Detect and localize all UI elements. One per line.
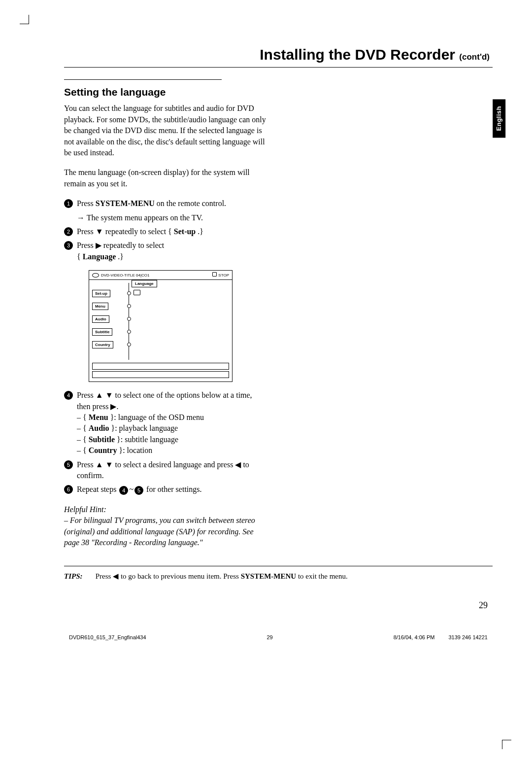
s4b: to select one of the options below at a … bbox=[77, 391, 252, 410]
menu-item-audio: Audio bbox=[92, 315, 109, 323]
crop-mark-br bbox=[502, 740, 511, 749]
stop-icon bbox=[212, 272, 217, 277]
s2a: Press bbox=[77, 227, 96, 236]
footer-mid: 29 bbox=[267, 634, 273, 641]
step-1-result: The system menu appears on the TV. bbox=[64, 212, 266, 223]
s3c: { bbox=[77, 252, 83, 261]
s4-subtitle-label: Subtitle bbox=[89, 435, 115, 444]
s2b: repeatedly to select { bbox=[103, 227, 174, 236]
tips-bold: SYSTEM-MENU bbox=[241, 572, 297, 580]
step-1-bullet: 1 bbox=[64, 199, 73, 208]
left-column: Setting the language You can select the … bbox=[64, 79, 286, 548]
menu-bottom-box-1 bbox=[92, 363, 229, 370]
step-3-bullet: 3 bbox=[64, 241, 73, 250]
menu-header-title: DVD-VIDEO-TITLE 04|CO1 bbox=[101, 273, 150, 277]
s2bold: Set-up bbox=[174, 227, 196, 236]
up-arrow-icon bbox=[96, 391, 103, 399]
language-tab: English bbox=[493, 99, 505, 138]
step-4: 4 Press to select one of the options bel… bbox=[64, 390, 266, 456]
left-arrow-icon bbox=[235, 460, 241, 469]
step-6: 6 Repeat steps 4~5 for other settings. bbox=[64, 484, 266, 495]
menu-item-menu: Menu bbox=[92, 303, 108, 310]
title-main: Installing the DVD Recorder bbox=[260, 46, 455, 63]
tips-b: to go back to previous menu item. Press bbox=[119, 572, 240, 580]
down-arrow-icon-3 bbox=[105, 460, 113, 469]
section-rule bbox=[64, 79, 222, 80]
menu-header-stop: STOP bbox=[218, 273, 229, 277]
tips-line: TIPS: Press to go back to previous menu … bbox=[64, 566, 493, 582]
tips-c: to exit the menu. bbox=[296, 572, 348, 580]
menu-item-country: Country bbox=[92, 341, 113, 348]
step-6-body: Repeat steps 4~5 for other settings. bbox=[77, 484, 266, 495]
monitor-icon bbox=[133, 290, 140, 295]
s3bold: Language bbox=[83, 252, 116, 261]
disc-icon bbox=[92, 273, 99, 277]
step-2: 2 Press repeatedly to select { Set-up .} bbox=[64, 226, 266, 237]
menu-diagram: DVD-VIDEO-TITLE 04|CO1 STOP Language Set… bbox=[89, 270, 233, 382]
tips-a: Press bbox=[96, 572, 113, 580]
tips-label: TIPS: bbox=[64, 572, 83, 580]
menu-bottom-box-2 bbox=[92, 371, 229, 378]
s3d: .} bbox=[116, 252, 124, 261]
crop-mark-tl bbox=[20, 15, 29, 24]
hint-body: – For bilingual TV programs, you can swi… bbox=[64, 515, 266, 548]
s1bold: SYSTEM-MENU bbox=[96, 199, 155, 208]
footer-date: 8/16/04, 4:06 PM bbox=[394, 634, 435, 641]
step-2-bullet: 2 bbox=[64, 227, 73, 236]
step-3-body: Press repeatedly to select { Language .} bbox=[77, 240, 266, 262]
down-arrow-icon bbox=[96, 227, 103, 236]
s6a: Repeat steps bbox=[77, 485, 118, 493]
footer-left: DVDR610_615_37_Engfinal434 bbox=[69, 634, 146, 641]
section-heading: Setting the language bbox=[64, 85, 266, 99]
s5b: to select a desired language and press bbox=[113, 460, 235, 469]
step-6-bullet: 6 bbox=[64, 485, 73, 494]
s3b: repeatedly to select bbox=[101, 241, 165, 249]
menu-dot-2 bbox=[127, 317, 131, 321]
inline-bullet-4: 4 bbox=[119, 486, 128, 495]
step-5: 5 Press to select a desired language and… bbox=[64, 459, 266, 482]
intro-para-1: You can select the language for subtitle… bbox=[64, 103, 266, 158]
menu-dot-3 bbox=[127, 330, 131, 334]
footer-code: 3139 246 14221 bbox=[448, 634, 488, 641]
menu-language-btn: Language bbox=[132, 280, 157, 287]
menu-item-setup: Set-up bbox=[92, 290, 110, 297]
s4-audio-label: Audio bbox=[89, 424, 109, 432]
s6c: for other settings. bbox=[144, 485, 201, 493]
title-underline bbox=[64, 67, 493, 68]
step-1-body: Press SYSTEM-MENU on the remote control. bbox=[77, 198, 266, 209]
intro-para-2: The menu language (on-screen display) fo… bbox=[64, 167, 266, 189]
s4a: Press bbox=[77, 391, 96, 399]
s1b: on the remote control. bbox=[155, 199, 226, 208]
menu-dot-1 bbox=[127, 304, 131, 308]
s2c: .} bbox=[196, 227, 203, 236]
s6b: ~ bbox=[129, 485, 133, 493]
title-suffix: (cont'd) bbox=[459, 52, 490, 62]
inline-bullet-5: 5 bbox=[134, 486, 143, 495]
s5a: Press bbox=[77, 460, 96, 469]
s4-country-label: Country bbox=[89, 446, 117, 454]
step-5-bullet: 5 bbox=[64, 460, 73, 469]
s1a: Press bbox=[77, 199, 96, 208]
s3a: Press bbox=[77, 241, 96, 249]
hint-heading: Helpful Hint: bbox=[64, 504, 266, 515]
s4-menu-desc: }: language of the OSD menu bbox=[108, 413, 204, 421]
step-1: 1 Press SYSTEM-MENU on the remote contro… bbox=[64, 198, 266, 209]
step-4-bullet: 4 bbox=[64, 391, 73, 400]
s4-audio-desc: }: playback language bbox=[109, 424, 178, 432]
up-arrow-icon-2 bbox=[96, 460, 103, 469]
menu-diagram-inner: Language Set-up Menu Audio Subtitle Coun… bbox=[89, 280, 232, 363]
s4-subtitle-desc: }: subtitle language bbox=[115, 435, 178, 444]
s4-country-desc: }: location bbox=[117, 446, 152, 454]
step-2-body: Press repeatedly to select { Set-up .} bbox=[77, 226, 266, 237]
menu-dot-0 bbox=[127, 291, 131, 295]
right-arrow-icon-2 bbox=[110, 402, 116, 411]
step-5-body: Press to select a desired language and p… bbox=[77, 459, 266, 482]
page-title: Installing the DVD Recorder (cont'd) bbox=[64, 44, 493, 65]
s4-menu-label: Menu bbox=[89, 413, 108, 421]
menu-dot-4 bbox=[127, 343, 131, 346]
menu-diagram-header: DVD-VIDEO-TITLE 04|CO1 STOP bbox=[89, 271, 232, 280]
footer: DVDR610_615_37_Engfinal434 29 8/16/04, 4… bbox=[64, 634, 493, 641]
step-3: 3 Press repeatedly to select { Language … bbox=[64, 240, 266, 262]
page-number: 29 bbox=[64, 599, 493, 612]
s4c: . bbox=[116, 402, 118, 411]
